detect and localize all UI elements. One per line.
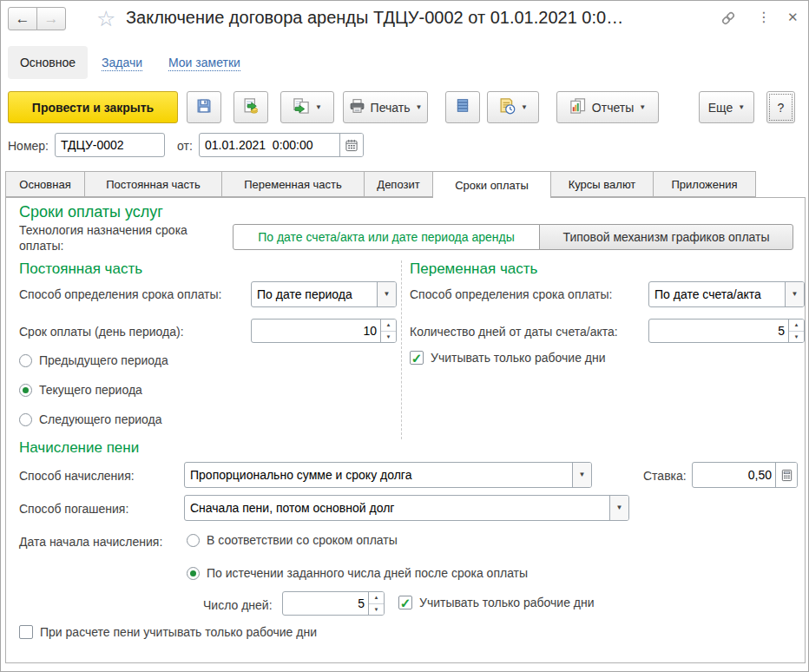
tab-main[interactable]: Основная [5,171,85,197]
radio-start-on-due-date[interactable]: В соответствии со сроком оплаты [187,533,398,547]
number-spinner[interactable]: ▲ ▼ [788,320,804,342]
tab-fixed-part[interactable]: Постоянная часть [85,171,222,197]
payment-terms-panel: Сроки оплаты услуг Технология назначения… [5,197,806,663]
tab-variable-part[interactable]: Переменная часть [222,171,365,197]
floppy-disk-icon [195,97,213,117]
fixed-method-label: Способ определения срока оплаты: [19,287,222,301]
nav-link-my-notes[interactable]: Мои заметки [168,56,240,71]
post-document-button[interactable] [233,91,268,123]
create-based-on-button[interactable]: ▼ [280,91,334,123]
structure-button[interactable] [445,91,480,123]
favorite-star-icon[interactable]: ☆ [96,6,115,31]
checkbox-unchecked-icon [19,625,33,639]
spin-up-icon: ▲ [794,322,799,327]
variable-days-input[interactable]: 5 ▲ ▼ [648,319,805,343]
spin-down-icon: ▼ [794,334,799,339]
nav-link-tasks[interactable]: Задачи [102,56,142,71]
radio-current-period[interactable]: Текущего периода [19,383,142,397]
column-separator [401,260,402,439]
reports-button[interactable]: Отчеты ▼ [556,91,659,123]
print-button[interactable]: Печать ▼ [343,91,428,123]
penalty-start-label: Дата начала начисления: [19,535,162,549]
penalty-rate-label: Ставка: [643,469,687,483]
dropdown-button[interactable]: ▼ [377,282,396,306]
dropdown-button[interactable]: ▼ [609,496,628,520]
back-button[interactable]: ← [8,7,37,30]
radio-selected-icon [19,384,32,397]
spin-up-icon: ▲ [374,595,379,600]
date-input[interactable]: 01.01.2021 0:00:00 [199,133,364,157]
chevron-down-icon: ▼ [384,291,391,298]
forward-button[interactable]: → [36,7,66,30]
number-input[interactable]: ТДЦУ-0002 [55,133,165,157]
date-label: от: [177,139,193,153]
variable-days-label: Количество дней от даты счета/акта: [410,325,618,339]
radio-selected-icon [187,567,200,580]
window-title: Заключение договора аренды ТДЦУ-0002 от … [126,8,713,28]
penalty-calc-workdays-checkbox[interactable]: При расчете пени учитывать только рабочи… [19,625,317,639]
close-icon[interactable]: ✕ [787,10,799,25]
chevron-down-icon: ▼ [579,471,586,478]
chevron-down-icon: ▼ [415,104,422,111]
radio-icon [19,413,32,426]
penalty-accrual-select[interactable]: Пропорционально сумме и сроку долга ▼ [184,462,592,488]
post-document-icon [242,97,260,117]
section-title: Сроки оплаты услуг [19,203,163,221]
forward-arrow-icon: → [44,10,59,28]
penalty-accrual-label: Способ начисления: [19,469,135,483]
radio-next-period[interactable]: Следующего периода [19,412,161,426]
radio-previous-period[interactable]: Предыдущего периода [19,353,168,367]
penalty-workdays-checkbox[interactable]: ✓ Учитывать только рабочие дни [398,596,595,609]
spin-down-icon: ▼ [386,334,391,339]
penalty-rate-input[interactable]: 0,50 [692,462,798,488]
tech-option-by-invoice-date[interactable]: По дате счета/акта или дате периода арен… [233,224,540,250]
back-arrow-icon: ← [16,10,30,28]
fixed-method-select[interactable]: По дате периода ▼ [251,281,397,307]
number-spinner[interactable]: ▲ ▼ [380,320,396,342]
printer-icon [349,98,365,116]
radio-start-after-days[interactable]: По истечении заданного числа дней после … [187,566,528,580]
radio-icon [187,534,200,547]
history-nav-group: ← → [8,7,66,30]
fixed-day-label: Срок оплаты (день периода): [19,325,184,339]
nav-tab-main[interactable]: Основное [8,46,88,79]
stack-icon [455,98,470,116]
tech-option-standard-schedule[interactable]: Типовой механизм графиков оплаты [539,224,793,250]
spin-down-icon: ▼ [374,607,379,612]
tab-currency-rates[interactable]: Курсы валют [551,171,654,197]
dropdown-button[interactable]: ▼ [572,463,591,487]
chevron-down-icon: ▼ [521,104,528,111]
fixed-day-input[interactable]: 10 ▲ ▼ [251,319,397,343]
number-spinner[interactable]: ▲ ▼ [368,592,384,615]
tab-payment-terms[interactable]: Сроки оплаты [433,171,551,198]
link-icon[interactable] [720,10,737,30]
chevron-down-icon: ▼ [639,104,646,111]
penalty-repay-label: Способ погашения: [19,502,128,516]
dropdown-button[interactable]: ▼ [785,282,804,306]
radio-icon [19,354,32,367]
calendar-icon[interactable] [339,134,363,156]
variable-part-title: Переменная часть [410,260,537,278]
document-clock-icon [498,97,516,117]
variable-workdays-checkbox[interactable]: ✓ Учитывать только рабочие дни [410,351,606,365]
save-button[interactable] [187,91,221,123]
kebab-menu-icon[interactable]: ⋮ [757,9,771,25]
chevron-down-icon: ▼ [792,291,799,298]
calculator-icon[interactable] [775,463,797,487]
tab-attachments[interactable]: Приложения [654,171,756,197]
more-button[interactable]: Еще ▼ [699,91,754,123]
variable-method-select[interactable]: По дате счета/акта ▼ [648,281,805,307]
penalty-repay-select[interactable]: Сначала пени, потом основной долг ▼ [184,495,629,521]
tech-label-line2: оплаты: [19,239,63,253]
chart-document-icon [569,97,587,117]
page-tabs: Основная Постоянная часть Переменная час… [5,171,756,198]
penalty-title: Начисление пени [19,439,139,457]
document-history-button[interactable]: ▼ [487,91,539,123]
penalty-days-input[interactable]: 5 ▲ ▼ [282,591,385,616]
fixed-part-title: Постоянная часть [19,260,142,278]
tech-label-line1: Технология назначения срока [19,223,187,237]
checkbox-checked-icon: ✓ [410,351,424,365]
tab-deposit[interactable]: Депозит [365,171,433,197]
post-and-close-button[interactable]: Провести и закрыть [8,91,178,123]
help-button[interactable]: ? [766,91,795,123]
